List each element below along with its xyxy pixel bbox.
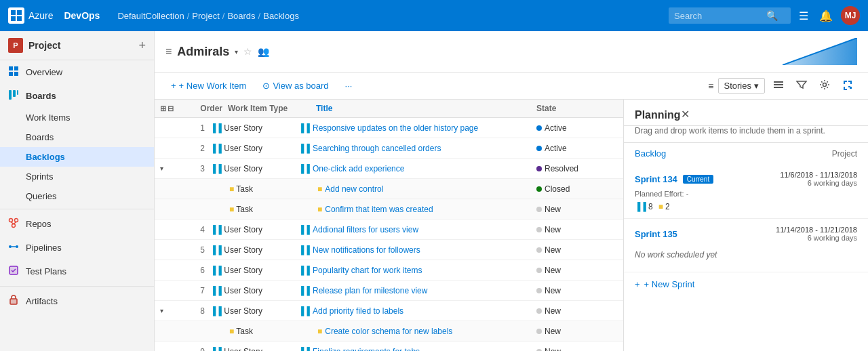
row-title-icon: ▐▐ — [298, 347, 310, 352]
row-title-text[interactable]: Addional filters for users view — [313, 225, 418, 234]
row-expand-icon[interactable]: ▾ — [160, 165, 163, 172]
sprint-card-header: Sprint 134 Current 11/6/2018 - 11/13/201… — [635, 171, 857, 187]
state-indicator — [536, 308, 542, 314]
row-title-text[interactable]: Create color schema for new labels — [325, 327, 452, 336]
collapse-all-icon[interactable]: ⊟ — [167, 104, 174, 113]
new-work-item-button[interactable]: + + New Work Item — [165, 78, 252, 94]
svg-rect-1 — [17, 10, 22, 15]
row-title-text[interactable]: New notifications for followers — [313, 245, 420, 255]
topbar-right: 🔍 ☰ 🔔 MJ — [669, 6, 860, 25]
sprint-135-card-header: Sprint 135 11/14/2018 - 11/21/2018 6 wor… — [635, 226, 857, 242]
row-title-icon: ▐▐ — [298, 266, 310, 275]
backlog-area: ⊞ ⊟ Order Work Item Type Title State 1 ▐… — [155, 100, 624, 351]
svg-rect-5 — [14, 66, 18, 70]
queries-label: Queries — [26, 191, 57, 201]
table-row: 2 ▐▐ User Story ▐▐ Searching through can… — [155, 138, 623, 159]
search-box[interactable]: 🔍 — [669, 7, 791, 24]
new-sprint-button[interactable]: + + New Sprint — [624, 272, 868, 296]
row-title-text[interactable]: One-click add experience — [313, 164, 404, 173]
row-title-text[interactable]: Add new control — [325, 184, 383, 194]
row-title-text[interactable]: Release plan for milestone view — [313, 286, 427, 295]
row-title-icon: ▐▐ — [298, 306, 310, 316]
sidebar-item-overview[interactable]: Overview — [0, 60, 154, 84]
sprint-135-dates: 11/14/2018 - 11/21/2018 — [776, 226, 857, 234]
row-title-icon: ▐▐ — [298, 225, 310, 234]
row-title-text[interactable]: Add priority filed to labels — [313, 306, 403, 316]
svg-point-16 — [9, 245, 12, 248]
view-as-board-button[interactable]: ⊙ View as board — [257, 78, 334, 94]
search-input[interactable] — [674, 11, 762, 21]
filter-button[interactable] — [792, 77, 811, 95]
sidebar-item-boards-sub[interactable]: Boards — [0, 127, 154, 147]
svg-rect-6 — [9, 72, 13, 76]
sidebar-item-artifacts[interactable]: Artifacts — [0, 289, 154, 313]
state-indicator — [536, 329, 542, 334]
sidebar-item-test-plans[interactable]: Test Plans — [0, 260, 154, 283]
state-text: New — [545, 347, 561, 352]
favorite-star-icon[interactable]: ☆ — [243, 46, 252, 57]
azure-text: Azure — [28, 10, 54, 21]
row-title-icon: ▐▐ — [298, 245, 310, 255]
row-title-text[interactable]: Finalize requirements for tabs — [313, 347, 420, 352]
table-row: 9 ▐▐ User Story ▐▐ Finalize requirements… — [155, 342, 623, 351]
task-icon: ■ — [229, 205, 234, 214]
main-layout: P Project + Overview Boards Work Items — [0, 31, 868, 351]
sprints-label: Sprints — [26, 171, 53, 182]
settings-button[interactable] — [815, 77, 834, 95]
sidebar-item-repos[interactable]: Repos — [0, 212, 154, 236]
sidebar-item-queries[interactable]: Queries — [0, 186, 154, 206]
svg-point-11 — [9, 219, 13, 222]
planning-close-button[interactable]: ✕ — [681, 109, 690, 120]
row-title-text[interactable]: Responsive updates on the older history … — [313, 123, 478, 133]
new-sprint-label: + New Sprint — [644, 279, 695, 289]
svg-rect-9 — [13, 90, 16, 97]
task-icon: ■ — [229, 184, 234, 194]
user-story-icon: ▐▐ — [210, 347, 222, 352]
title-dropdown-arrow[interactable]: ▾ — [235, 48, 238, 56]
bell-icon[interactable]: 🔔 — [816, 7, 835, 25]
backlogs-label: Backlogs — [26, 152, 65, 162]
state-indicator — [536, 125, 542, 131]
backlog-link[interactable]: Backlog — [635, 148, 832, 159]
breadcrumb-boards[interactable]: Boards — [227, 11, 255, 21]
pipelines-icon — [8, 241, 19, 254]
state-indicator — [536, 186, 542, 192]
row-title-text[interactable]: Searching through cancelled orders — [313, 144, 441, 153]
backlog-header-icon: ≡ — [165, 45, 172, 58]
sprint-135-name[interactable]: Sprint 135 — [635, 229, 677, 239]
more-options-button[interactable]: ··· — [340, 78, 358, 94]
sprint-134-icons: ▐▐ 8 ■ 2 — [635, 202, 857, 211]
table-row: 1 ▐▐ User Story ▐▐ Responsive updates on… — [155, 118, 623, 138]
project-label: Project — [832, 149, 857, 159]
row-title-text[interactable]: Confirm that item was created — [325, 205, 433, 214]
team-settings-icon[interactable]: 👥 — [258, 46, 269, 57]
expand-all-icon[interactable]: ⊞ — [160, 104, 166, 113]
boards-sub-label: Boards — [26, 132, 54, 142]
sidebar-item-backlogs[interactable]: Backlogs — [0, 147, 154, 167]
avatar[interactable]: MJ — [841, 6, 860, 25]
stories-dropdown[interactable]: Stories ▾ — [718, 78, 765, 94]
breadcrumb-default-collection[interactable]: DefaultCollection — [117, 11, 184, 21]
planning-panel: Planning ✕ Drag and drop work items to i… — [624, 100, 868, 351]
breadcrumb-backlogs[interactable]: Backlogs — [263, 11, 299, 21]
breadcrumb-project[interactable]: Project — [192, 11, 219, 21]
sidebar-item-boards-header[interactable]: Boards — [0, 84, 154, 108]
svg-rect-21 — [10, 299, 17, 304]
sprint-134-name[interactable]: Sprint 134 — [635, 174, 677, 184]
test-plans-label: Test Plans — [26, 266, 66, 276]
pipelines-label: Pipelines — [26, 243, 62, 253]
sprint-135-no-work: No work scheduled yet — [635, 245, 857, 265]
table-row: ▾ 3 ▐▐ User Story ▐▐ One-click add exper… — [155, 159, 623, 179]
col-title-header[interactable]: Title — [316, 104, 536, 113]
row-expand-icon[interactable]: ▾ — [160, 307, 163, 314]
sidebar-item-pipelines[interactable]: Pipelines — [0, 236, 154, 260]
svg-point-13 — [12, 224, 16, 228]
sidebar-item-sprints[interactable]: Sprints — [0, 167, 154, 186]
list-icon[interactable]: ☰ — [796, 7, 811, 25]
sidebar-scroll: Overview Boards Work Items Boards Backlo… — [0, 60, 154, 351]
row-title-text[interactable]: Popularity chart for work items — [313, 266, 422, 275]
column-options-button[interactable] — [769, 77, 788, 95]
expand-button[interactable] — [838, 77, 857, 95]
project-add-button[interactable]: + — [138, 39, 146, 51]
sidebar-item-work-items[interactable]: Work Items — [0, 108, 154, 127]
